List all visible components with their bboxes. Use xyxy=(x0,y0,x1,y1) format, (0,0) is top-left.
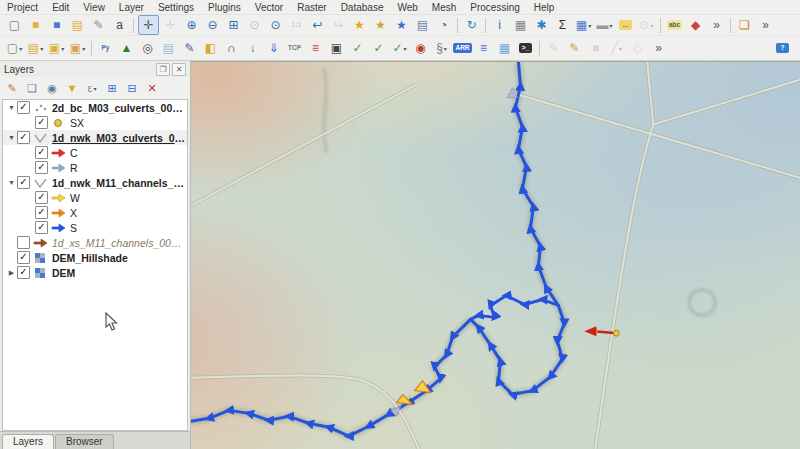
menu-mesh[interactable]: Mesh xyxy=(425,2,463,13)
new-bookmark-icon[interactable]: ★ xyxy=(371,16,390,34)
measure-icon[interactable]: ▬▾ xyxy=(595,16,614,34)
layer-row-w[interactable]: ✓W xyxy=(3,190,187,205)
new-map-view-icon[interactable]: ❏ xyxy=(735,16,754,34)
digitizing-shield-icon[interactable]: ✎ xyxy=(180,39,199,57)
tab-browser[interactable]: Browser xyxy=(55,434,114,449)
layer-visibility-checkbox[interactable]: ✓ xyxy=(35,191,48,204)
layer-visibility-checkbox[interactable]: ✓ xyxy=(35,221,48,234)
layer-row-dem[interactable]: ▶✓DEM xyxy=(3,265,187,280)
show-statistics-icon[interactable]: Σ xyxy=(553,16,572,34)
labeling-icon[interactable]: abc xyxy=(665,16,684,34)
new-spatial-bookmark-icon[interactable]: ★ xyxy=(350,16,369,34)
layer-row-r[interactable]: ✓R xyxy=(3,160,187,175)
bookmark-manager-icon[interactable]: ▤ xyxy=(413,16,432,34)
menu-project[interactable]: Project xyxy=(0,2,45,13)
identify-features-icon[interactable]: i xyxy=(490,16,509,34)
layer-visibility-checkbox[interactable]: ✓ xyxy=(35,161,48,174)
new-project-icon[interactable]: ▢ xyxy=(5,16,24,34)
zoom-full-icon[interactable]: ⊞ xyxy=(224,16,243,34)
layer-visibility-checkbox[interactable]: ✓ xyxy=(35,146,48,159)
toolbar-overflow-2-icon[interactable]: » xyxy=(756,16,775,34)
menu-help[interactable]: Help xyxy=(527,2,562,13)
expander-icon[interactable]: ▼ xyxy=(6,104,17,111)
layer-visibility-checkbox[interactable]: ✓ xyxy=(35,116,48,129)
mesh-grid-tool-icon[interactable]: ▦ xyxy=(495,39,514,57)
expander-icon[interactable]: ▶ xyxy=(6,269,17,277)
map-tips-icon[interactable]: … xyxy=(616,16,635,34)
show-bookmarks-icon[interactable]: ★ xyxy=(392,16,411,34)
menu-plugins[interactable]: Plugins xyxy=(201,2,248,13)
menu-database[interactable]: Database xyxy=(334,2,391,13)
zoom-to-layer-icon[interactable]: ⊙ xyxy=(266,16,285,34)
check-1-tool-icon[interactable]: ✓▾ xyxy=(390,39,409,57)
filter-by-expression-icon[interactable]: ε▾ xyxy=(83,80,101,97)
select-by-value-icon[interactable]: ▤▾ xyxy=(26,39,45,57)
layer-row-s[interactable]: ✓S xyxy=(3,220,187,235)
run-feature-action-icon[interactable]: ✱ xyxy=(532,16,551,34)
import-download-icon[interactable]: ↓ xyxy=(243,39,262,57)
expander-icon[interactable]: ▼ xyxy=(6,179,17,186)
menu-processing[interactable]: Processing xyxy=(463,2,526,13)
import-file-icon[interactable]: ⇓ xyxy=(264,39,283,57)
layer-visibility-checkbox[interactable]: ✓ xyxy=(17,266,30,279)
profile-tool-icon[interactable]: ▲ xyxy=(117,39,136,57)
menu-layer[interactable]: Layer xyxy=(112,2,151,13)
layer-row-1d_nwk_m03_culverts_001_l[interactable]: ▼✓1d_nwk_M03_culverts_001_L xyxy=(3,130,187,145)
check-q-tool-icon[interactable]: ✓ xyxy=(369,39,388,57)
style-manager-icon[interactable]: a xyxy=(110,16,129,34)
manage-map-themes-icon[interactable]: ◉ xyxy=(43,80,61,97)
menu-vector[interactable]: Vector xyxy=(248,2,290,13)
add-group-icon[interactable]: ❏ xyxy=(23,80,41,97)
flood-bars-tool-icon[interactable]: ≡ xyxy=(474,39,493,57)
toolbar-overflow-1-icon[interactable]: » xyxy=(707,16,726,34)
tab-layers[interactable]: Layers xyxy=(2,434,54,449)
panel-undock-icon[interactable]: ❐ xyxy=(156,63,170,76)
expander-icon[interactable]: ▼ xyxy=(6,134,17,141)
log-panel-icon[interactable]: ▤ xyxy=(159,39,178,57)
menu-raster[interactable]: Raster xyxy=(290,2,333,13)
filter-legend-icon[interactable]: ▼ xyxy=(63,80,81,97)
layer-row-2d_bc_m03_culverts_001_p[interactable]: ▼✓2d_bc_M03_culverts_001_P xyxy=(3,100,187,115)
layer-row-x[interactable]: ✓X xyxy=(3,205,187,220)
statistical-summary-icon[interactable]: ▦ xyxy=(511,16,530,34)
zoom-in-icon[interactable]: ⊕ xyxy=(182,16,201,34)
layer-visibility-checkbox[interactable]: ✓ xyxy=(17,131,30,144)
select-features-icon[interactable]: ▢▾ xyxy=(5,39,24,57)
layer-visibility-checkbox[interactable]: ✓ xyxy=(17,176,30,189)
open-project-icon[interactable]: ■ xyxy=(26,16,45,34)
pan-map-icon[interactable]: ✛ xyxy=(138,15,159,35)
arr-bars-icon[interactable]: ≡ xyxy=(306,39,325,57)
layer-row-sx[interactable]: ✓SX xyxy=(3,115,187,130)
terminal-tool-icon[interactable]: >_ xyxy=(516,39,535,57)
open-layer-styling-icon[interactable]: ✎ xyxy=(3,80,21,97)
menu-edit[interactable]: Edit xyxy=(45,2,76,13)
toolbar-overflow-3-icon[interactable]: » xyxy=(649,39,668,57)
layer-visibility-checkbox[interactable] xyxy=(17,236,30,249)
help-icon[interactable]: ? xyxy=(773,39,792,57)
tuflow-plugin-icon[interactable]: ◉ xyxy=(411,39,430,57)
layer-row-1d_nwk_m11_channels_001_l[interactable]: ▼✓1d_nwk_M11_channels_001_L xyxy=(3,175,187,190)
select-by-location-icon[interactable]: ▣▾ xyxy=(68,39,87,57)
project-properties-icon[interactable]: ✎ xyxy=(89,16,108,34)
lock-tool-icon[interactable]: ∩ xyxy=(222,39,241,57)
menu-view[interactable]: View xyxy=(76,2,112,13)
menu-web[interactable]: Web xyxy=(390,2,424,13)
layer-visibility-checkbox[interactable]: ✓ xyxy=(17,101,30,114)
layer-row-c[interactable]: ✓C xyxy=(3,145,187,160)
open-attribute-table-icon[interactable]: ▦▾ xyxy=(574,16,593,34)
map-canvas[interactable] xyxy=(191,61,800,449)
layer-row-1d_xs_m11_channels_001_l[interactable]: 1d_xs_M11_channels_001_L xyxy=(3,235,187,250)
layer-row-dem_hillshade[interactable]: ✓DEM_Hillshade xyxy=(3,250,187,265)
check-flag-tool-icon[interactable]: ✓ xyxy=(348,39,367,57)
deselect-features-icon[interactable]: ▣▾ xyxy=(47,39,66,57)
toggle-editing-icon[interactable]: ✎ xyxy=(565,39,584,57)
save-project-icon[interactable]: ■ xyxy=(47,16,66,34)
zoom-out-icon[interactable]: ⊖ xyxy=(203,16,222,34)
temporal-controller-icon[interactable]: ◔ xyxy=(434,16,453,34)
arr-label-tool-icon[interactable]: ARR xyxy=(453,39,472,57)
layer-labeling-options-icon[interactable]: ◆ xyxy=(686,16,705,34)
compass-plugin-icon[interactable]: ◎ xyxy=(138,39,157,57)
panel-close-icon[interactable]: ✕ xyxy=(172,63,186,76)
expand-all-icon[interactable]: ⊞ xyxy=(103,80,121,97)
zoom-last-icon[interactable]: ↩ xyxy=(308,16,327,34)
